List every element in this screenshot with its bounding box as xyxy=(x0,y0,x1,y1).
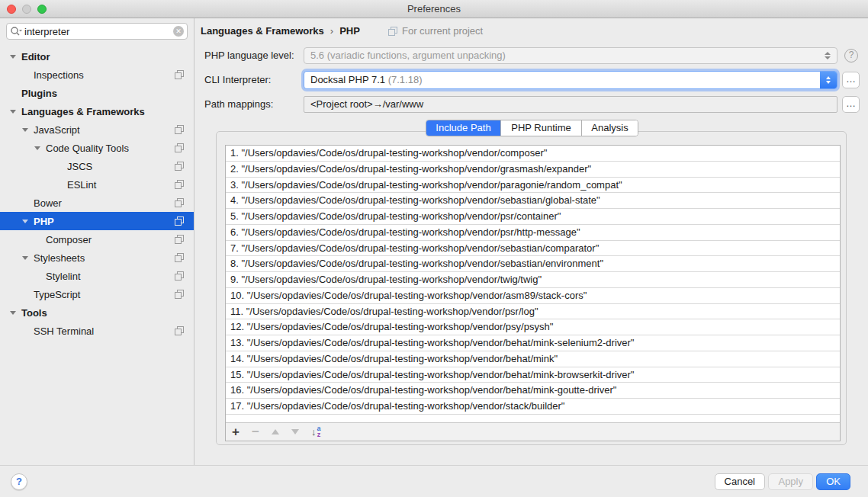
sidebar-item-stylesheets[interactable]: Stylesheets xyxy=(0,248,194,267)
path-mappings-label: Path mappings: xyxy=(204,98,273,110)
sidebar-item-composer[interactable]: Composer xyxy=(0,230,194,248)
help-icon[interactable]: ? xyxy=(844,49,858,63)
chevron-up-down-icon xyxy=(821,50,834,62)
project-scope-icon xyxy=(174,325,185,338)
search-icon[interactable] xyxy=(10,26,22,37)
chevron-down-icon[interactable] xyxy=(20,220,31,223)
sort-alpha-icon[interactable]: ↓ az xyxy=(311,426,321,438)
tab-bar: Include Path PHP Runtime Analysis xyxy=(426,120,638,136)
list-item[interactable]: 12. "/Users/opdavies/Code/os/drupal-test… xyxy=(226,319,840,335)
project-scope-icon xyxy=(174,124,185,137)
list-item[interactable]: 11. "/Users/opdavies/Code/os/drupal-test… xyxy=(226,304,840,320)
sidebar-item-inspections[interactable]: Inspections xyxy=(0,66,194,84)
list-item[interactable]: 1. "/Users/opdavies/Code/os/drupal-testi… xyxy=(226,146,840,162)
list-item[interactable]: 4. "/Users/opdavies/Code/os/drupal-testi… xyxy=(226,193,840,209)
project-scope-icon xyxy=(174,179,185,192)
list-item[interactable]: 16. "/Users/opdavies/Code/os/drupal-test… xyxy=(226,383,840,399)
language-level-select[interactable]: 5.6 (variadic functions, argument unpack… xyxy=(304,47,837,64)
tab-include-path[interactable]: Include Path xyxy=(426,120,500,136)
scope-indicator: For current project xyxy=(387,25,483,37)
chevron-down-icon[interactable] xyxy=(20,128,31,132)
chevron-down-icon[interactable] xyxy=(20,256,31,260)
title-bar: Preferences xyxy=(0,0,868,18)
list-item[interactable]: 17. "/Users/opdavies/Code/os/drupal-test… xyxy=(226,399,840,415)
settings-content: Languages & Frameworks › PHP For current… xyxy=(194,18,868,465)
breadcrumb-php: PHP xyxy=(339,25,360,37)
tab-php-runtime[interactable]: PHP Runtime xyxy=(500,120,581,136)
sidebar-item-typescript[interactable]: TypeScript xyxy=(0,285,194,303)
list-item[interactable]: 3. "/Users/opdavies/Code/os/drupal-testi… xyxy=(226,178,840,194)
list-item[interactable]: 9. "/Users/opdavies/Code/os/drupal-testi… xyxy=(226,272,840,288)
language-level-label: PHP language level: xyxy=(204,50,294,61)
breadcrumb-separator: › xyxy=(330,25,333,37)
sidebar-item-stylelint[interactable]: Stylelint xyxy=(0,267,194,285)
help-button[interactable]: ? xyxy=(11,473,27,490)
cli-interpreter-label: CLI Interpreter: xyxy=(204,74,271,85)
path-mappings-field[interactable]: <Project root>→/var/www xyxy=(304,96,837,113)
tab-analysis[interactable]: Analysis xyxy=(581,120,638,136)
search-input[interactable] xyxy=(24,26,173,37)
cancel-button[interactable]: Cancel xyxy=(715,473,765,490)
chevron-down-icon[interactable] xyxy=(32,146,43,150)
list-item[interactable]: 6. "/Users/opdavies/Code/os/drupal-testi… xyxy=(226,225,840,241)
list-item[interactable]: 15. "/Users/opdavies/Code/os/drupal-test… xyxy=(226,367,840,383)
cli-interpreter-browse-button[interactable]: … xyxy=(842,72,860,88)
project-scope-icon xyxy=(174,143,185,156)
scope-label: For current project xyxy=(402,25,483,37)
sidebar-item-tools[interactable]: Tools xyxy=(0,303,194,322)
list-item[interactable]: 13. "/Users/opdavies/Code/os/drupal-test… xyxy=(226,335,840,351)
ok-button[interactable]: OK xyxy=(816,473,850,490)
cli-interpreter-select[interactable]: Docksal PHP 7.1 (7.1.18) xyxy=(304,71,837,89)
window-title: Preferences xyxy=(0,3,868,14)
path-mappings-browse-button[interactable]: … xyxy=(842,96,860,113)
clear-search-icon[interactable]: ✕ xyxy=(173,26,184,37)
sidebar-item-jscs[interactable]: JSCS xyxy=(0,157,194,175)
include-path-listwrap: 1. "/Users/opdavies/Code/os/drupal-testi… xyxy=(225,145,841,441)
move-up-button[interactable] xyxy=(272,429,279,434)
project-scope-icon xyxy=(174,197,185,210)
project-scope-icon xyxy=(174,161,185,174)
apply-button[interactable]: Apply xyxy=(768,473,813,490)
list-item[interactable]: 14. "/Users/opdavies/Code/os/drupal-test… xyxy=(226,351,840,367)
sidebar-item-bower[interactable]: Bower xyxy=(0,194,194,212)
project-scope-icon xyxy=(387,26,398,37)
settings-tree: Editor Inspections Plugins Languages & F… xyxy=(0,47,194,340)
chevron-down-icon[interactable] xyxy=(8,55,18,59)
include-path-list: 1. "/Users/opdavies/Code/os/drupal-testi… xyxy=(226,146,840,422)
breadcrumb: Languages & Frameworks › PHP xyxy=(201,25,360,37)
list-item[interactable]: 10. "/Users/opdavies/Code/os/drupal-test… xyxy=(226,288,840,304)
settings-sidebar: ✕ Editor Inspections Plugins Languages &… xyxy=(0,18,194,465)
remove-button[interactable]: − xyxy=(252,425,259,440)
list-item[interactable]: 7. "/Users/opdavies/Code/os/drupal-testi… xyxy=(226,241,840,257)
sidebar-item-ssh-terminal[interactable]: SSH Terminal xyxy=(0,322,194,340)
sidebar-item-eslint[interactable]: ESLint xyxy=(0,175,194,194)
add-button[interactable]: + xyxy=(232,425,240,440)
project-scope-icon xyxy=(174,252,185,265)
sidebar-item-editor[interactable]: Editor xyxy=(0,47,194,66)
project-scope-icon xyxy=(174,69,185,82)
chevron-down-icon[interactable] xyxy=(8,311,18,315)
chevron-up-down-icon[interactable] xyxy=(820,72,837,88)
sidebar-item-languages-frameworks[interactable]: Languages & Frameworks xyxy=(0,102,194,120)
project-scope-icon xyxy=(174,216,185,229)
breadcrumb-languages-frameworks[interactable]: Languages & Frameworks xyxy=(201,25,324,37)
list-item[interactable]: 5. "/Users/opdavies/Code/os/drupal-testi… xyxy=(226,209,840,225)
list-toolbar: + − ↓ az xyxy=(226,422,840,441)
sidebar-item-plugins[interactable]: Plugins xyxy=(0,84,194,102)
move-down-button[interactable] xyxy=(291,429,299,434)
sidebar-item-code-quality-tools[interactable]: Code Quality Tools xyxy=(0,139,194,157)
include-path-panel: 1. "/Users/opdavies/Code/os/drupal-testi… xyxy=(216,131,847,445)
project-scope-icon xyxy=(174,234,185,247)
project-scope-icon xyxy=(174,289,185,302)
list-item[interactable]: 8. "/Users/opdavies/Code/os/drupal-testi… xyxy=(226,256,840,272)
sidebar-item-php[interactable]: PHP xyxy=(0,212,194,230)
preferences-window: Preferences ✕ Editor Inspections Plugins xyxy=(0,0,868,497)
sidebar-item-javascript[interactable]: JavaScript xyxy=(0,120,194,139)
list-item[interactable]: 2. "/Users/opdavies/Code/os/drupal-testi… xyxy=(226,162,840,178)
dialog-footer: ? Cancel Apply OK xyxy=(0,465,868,497)
project-scope-icon xyxy=(174,271,185,284)
search-field[interactable]: ✕ xyxy=(6,23,188,40)
chevron-down-icon[interactable] xyxy=(8,110,18,114)
